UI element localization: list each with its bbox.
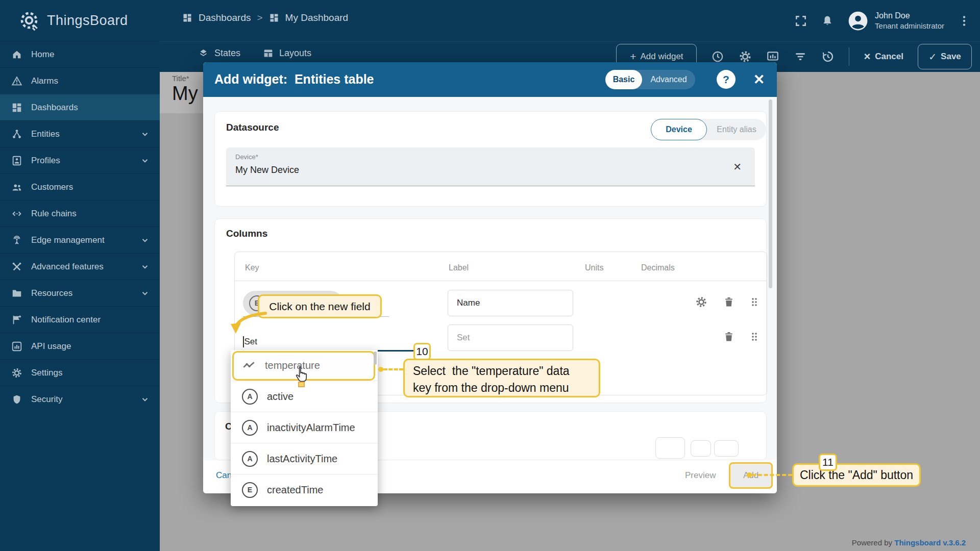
dropdown-item-label: temperature <box>265 360 320 371</box>
sidebar-item-label: Dashboards <box>31 103 78 113</box>
user-menu[interactable]: John Doe Tenant administrator <box>847 10 944 32</box>
datasource-type-toggle: Device Entity alias <box>651 119 766 140</box>
mouse-cursor <box>294 365 310 384</box>
sidebar-item-entities[interactable]: Entities <box>0 120 160 147</box>
step-11-badge: 11 <box>819 454 837 471</box>
cursor-click-marker <box>298 382 305 387</box>
dialog-header: Add widget: Entities table Basic Advance… <box>203 62 777 97</box>
delete-column-trash-icon[interactable] <box>723 296 735 308</box>
resources-icon <box>11 288 22 299</box>
sidebar-item-customers[interactable]: Customers <box>0 173 160 200</box>
brand-name: ThingsBoard <box>47 13 128 29</box>
sidebar-item-label: Home <box>31 49 54 60</box>
sidebar-item-resources[interactable]: Resources <box>0 280 160 306</box>
timewindow-clock-icon[interactable] <box>711 50 724 63</box>
sidebar-item-advanced-features[interactable]: Advanced features <box>0 253 160 280</box>
user-role: Tenant administrator <box>875 21 944 31</box>
sidebar-item-api-usage[interactable]: API usage <box>0 333 160 359</box>
breadcrumb-section[interactable]: Dashboards <box>199 12 251 23</box>
help-icon[interactable]: ? <box>717 70 736 89</box>
table-header-divider <box>235 281 767 281</box>
step-10-badge: 10 <box>413 343 431 360</box>
sidebar-item-profiles[interactable]: Profiles <box>0 147 160 173</box>
modal-scrollbar[interactable] <box>769 99 772 288</box>
attribute-icon: A <box>242 420 258 436</box>
attribute-icon: A <box>242 389 258 405</box>
user-info: John Doe Tenant administrator <box>875 11 944 31</box>
fullscreen-icon[interactable] <box>794 14 807 28</box>
mode-advanced-tab[interactable]: Advanced <box>642 70 695 89</box>
sidebar-item-label: Entities <box>31 129 60 139</box>
chevron-down-icon <box>140 130 150 139</box>
thingsboard-app: ThingsBoard Home Alarms Dashboards Entit… <box>0 0 980 551</box>
datasource-type-device[interactable]: Device <box>651 119 707 140</box>
callout-click-field: Click on the new field <box>258 294 382 318</box>
states-label: States <box>214 48 240 59</box>
breadcrumb-separator: > <box>257 12 262 23</box>
notifications-bell-icon[interactable] <box>821 14 834 28</box>
sidebar-item-label: Alarms <box>31 76 58 86</box>
logo[interactable]: ThingsBoard <box>0 0 160 41</box>
dialog-preview-button[interactable]: Preview <box>685 470 716 481</box>
dashboards-icon <box>182 13 192 23</box>
save-dashboard-button[interactable]: ✓ Save <box>918 44 972 69</box>
delete-column-trash-icon[interactable] <box>723 331 735 343</box>
sidebar: ThingsBoard Home Alarms Dashboards Entit… <box>0 0 160 551</box>
more-menu-icon[interactable] <box>958 14 971 28</box>
filters-icon[interactable] <box>794 50 807 63</box>
sidebar-item-label: Settings <box>31 368 62 378</box>
sidebar-item-label: API usage <box>31 341 71 352</box>
device-field-label: Device* <box>235 153 258 161</box>
dashboards-icon <box>11 102 22 113</box>
label-input-row1[interactable]: Name <box>448 290 573 316</box>
label-input-row1-value: Name <box>457 298 480 308</box>
dropdown-item-lastActivityTime[interactable]: A lastActivityTime <box>231 443 378 474</box>
mode-basic-tab[interactable]: Basic <box>605 70 642 89</box>
dropdown-item-label: createdTime <box>267 484 323 496</box>
sidebar-item-label: Resources <box>31 288 72 298</box>
datasource-type-entity-alias[interactable]: Entity alias <box>707 119 766 140</box>
version-link[interactable]: Thingsboard v.3.6.2 <box>894 538 966 547</box>
states-button[interactable]: States <box>198 48 240 59</box>
dashboard-settings-gear-icon[interactable] <box>739 50 752 63</box>
version-history-icon[interactable] <box>821 50 835 63</box>
column-settings-gear-icon[interactable] <box>695 296 707 308</box>
sidebar-item-label: Customers <box>31 182 73 192</box>
chevron-down-icon <box>140 156 150 165</box>
dropdown-scrollbar[interactable] <box>374 352 377 365</box>
sidebar-item-label: Rule chains <box>31 209 77 219</box>
layouts-label: Layouts <box>279 48 311 59</box>
label-input-row2[interactable]: Set <box>448 324 573 351</box>
cancel-edit-button[interactable]: × Cancel <box>864 50 903 63</box>
sidebar-item-dashboards[interactable]: Dashboards <box>0 94 160 120</box>
sidebar-item-label: Advanced features <box>31 262 104 272</box>
device-field[interactable]: Device* My New Device ✕ <box>226 147 755 186</box>
sidebar-item-notification-center[interactable]: Notification center <box>0 306 160 333</box>
close-icon[interactable]: ✕ <box>750 71 768 88</box>
notification-center-icon <box>11 314 22 325</box>
callout-step-10-line1: Select the "temperature" data <box>413 363 599 380</box>
sidebar-item-security[interactable]: Security <box>0 386 160 412</box>
breadcrumb-page[interactable]: My Dashboard <box>285 12 349 23</box>
sidebar-item-settings[interactable]: Settings <box>0 359 160 386</box>
edge-management-icon <box>11 235 22 246</box>
sidebar-item-rule-chains[interactable]: Rule chains <box>0 200 160 227</box>
sidebar-item-home[interactable]: Home <box>0 41 160 67</box>
sidebar-item-edge-management[interactable]: Edge management <box>0 227 160 253</box>
clear-device-icon[interactable]: ✕ <box>733 161 742 173</box>
drag-handle-icon[interactable] <box>748 331 761 343</box>
entity-aliases-icon[interactable] <box>766 50 779 63</box>
chevron-down-icon <box>140 289 150 298</box>
security-shield-icon <box>11 394 22 405</box>
sidebar-item-alarms[interactable]: Alarms <box>0 67 160 94</box>
partial-field <box>714 440 739 457</box>
dropdown-item-inactivityAlarmTime[interactable]: A inactivityAlarmTime <box>231 412 378 443</box>
drag-handle-icon[interactable] <box>748 296 761 308</box>
callout-step-10-line2: key from the drop-down menu <box>413 380 599 396</box>
layouts-button[interactable]: Layouts <box>263 48 311 59</box>
dropdown-item-createdTime[interactable]: E createdTime <box>231 474 378 505</box>
settings-gear-icon <box>11 367 22 379</box>
datasource-card: Datasource Device Entity alias Device* M… <box>214 111 767 207</box>
mode-toggle: Basic Advanced <box>605 70 695 89</box>
attribute-icon: A <box>242 451 258 467</box>
